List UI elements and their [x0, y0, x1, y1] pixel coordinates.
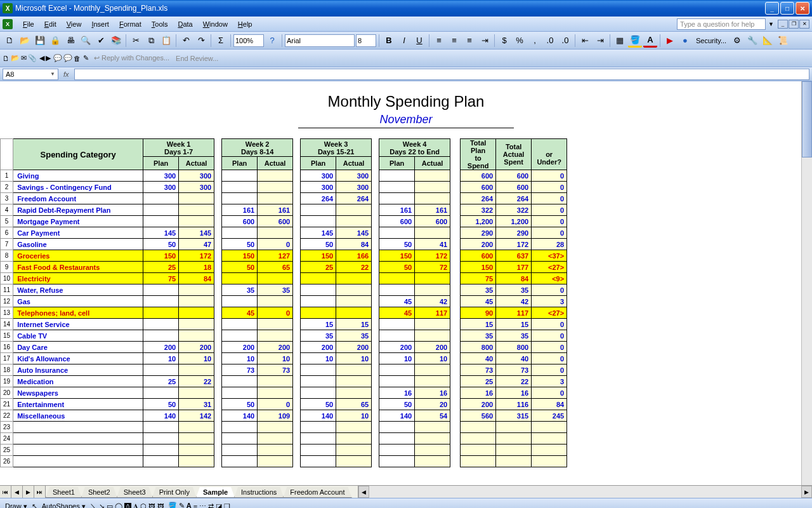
align-right-icon[interactable]: ≡: [462, 34, 476, 48]
actual-cell[interactable]: [258, 227, 293, 239]
actual-cell[interactable]: [179, 364, 214, 376]
menu-tools[interactable]: Tools: [147, 18, 173, 30]
plan-cell[interactable]: 45: [379, 296, 415, 307]
actual-cell[interactable]: 10: [179, 353, 214, 364]
actual-cell[interactable]: 22: [179, 376, 214, 387]
total-cell[interactable]: [532, 456, 567, 467]
actual-cell[interactable]: [336, 422, 372, 433]
plan-cell[interactable]: 35: [222, 284, 258, 296]
menu-file[interactable]: File: [18, 18, 39, 30]
plan-cell[interactable]: [143, 387, 179, 399]
table-row[interactable]: 12Gas454245423: [1, 296, 567, 307]
actual-cell[interactable]: 72: [415, 262, 450, 273]
category-cell[interactable]: Groceries: [13, 250, 143, 262]
menu-window[interactable]: Window: [198, 18, 233, 30]
total-cell[interactable]: 1,200: [496, 216, 532, 227]
ink-icon[interactable]: ✎: [83, 54, 89, 62]
total-cell[interactable]: 3: [532, 296, 567, 307]
total-cell[interactable]: [532, 433, 567, 444]
total-cell[interactable]: 22: [496, 376, 532, 387]
control-toolbox-icon[interactable]: 🔧: [745, 34, 759, 48]
total-cell[interactable]: 40: [496, 353, 532, 364]
table-row[interactable]: 20Newspapers161616160: [1, 387, 567, 399]
plan-cell[interactable]: [222, 182, 258, 193]
sheet-tab-sheet3[interactable]: Sheet3: [117, 487, 153, 498]
table-row[interactable]: 21Entertainment50315005065502020011684: [1, 399, 567, 410]
category-cell[interactable]: [13, 444, 143, 456]
plan-cell[interactable]: 50: [379, 262, 415, 273]
actual-cell[interactable]: 10: [415, 353, 450, 364]
actual-cell[interactable]: 161: [258, 204, 293, 216]
actual-cell[interactable]: 127: [258, 250, 293, 262]
actual-cell[interactable]: 42: [415, 296, 450, 307]
actual-cell[interactable]: 172: [415, 250, 450, 262]
horizontal-scrollbar[interactable]: ◀ ▶: [358, 486, 812, 498]
actual-cell[interactable]: [336, 284, 372, 296]
table-row[interactable]: 16Day Care200200200200200200200200800800…: [1, 342, 567, 353]
actual-cell[interactable]: 31: [179, 399, 214, 410]
plan-cell[interactable]: 10: [143, 353, 179, 364]
actual-cell[interactable]: 0: [258, 307, 293, 319]
tab-first-icon[interactable]: ⏮: [0, 486, 11, 498]
plan-cell[interactable]: [143, 296, 179, 307]
actual-cell[interactable]: 15: [336, 319, 372, 330]
total-cell[interactable]: 290: [496, 227, 532, 239]
actual-cell[interactable]: 600: [258, 216, 293, 227]
plan-cell[interactable]: 50: [222, 262, 258, 273]
total-cell[interactable]: 150: [461, 262, 496, 273]
plan-cell[interactable]: [143, 433, 179, 444]
actual-cell[interactable]: [258, 444, 293, 456]
actual-cell[interactable]: [258, 296, 293, 307]
total-cell[interactable]: 315: [496, 410, 532, 422]
sheet-tab-freedom-account[interactable]: Freedom Account: [283, 487, 351, 498]
plan-cell[interactable]: 10: [379, 353, 415, 364]
table-row[interactable]: 1Giving3003003003006006000: [1, 170, 567, 182]
table-row[interactable]: 25: [1, 444, 567, 456]
total-cell[interactable]: 75: [461, 273, 496, 284]
oval-icon[interactable]: ◯: [115, 502, 122, 508]
actual-cell[interactable]: 300: [179, 170, 214, 182]
total-cell[interactable]: 40: [461, 353, 496, 364]
actual-cell[interactable]: [179, 422, 214, 433]
actual-cell[interactable]: [258, 330, 293, 342]
increase-decimal-icon[interactable]: .0: [543, 34, 557, 48]
actual-cell[interactable]: [336, 364, 372, 376]
actual-cell[interactable]: 109: [258, 410, 293, 422]
actual-cell[interactable]: 65: [258, 262, 293, 273]
sheet-tab-print-only[interactable]: Print Only: [152, 487, 197, 498]
actual-cell[interactable]: 161: [415, 204, 450, 216]
sheet-tab-sample[interactable]: Sample: [196, 487, 235, 498]
close-button[interactable]: ✕: [796, 2, 809, 15]
actual-cell[interactable]: 0: [258, 399, 293, 410]
new-workbook-icon[interactable]: 🗋: [3, 55, 10, 62]
3d-icon[interactable]: ❏: [224, 502, 230, 508]
actual-cell[interactable]: [258, 193, 293, 204]
plan-cell[interactable]: 25: [143, 376, 179, 387]
formula-bar[interactable]: [74, 69, 809, 80]
maximize-button[interactable]: □: [780, 2, 794, 15]
help-search[interactable]: [677, 18, 766, 30]
plan-cell[interactable]: [379, 422, 415, 433]
picture-icon[interactable]: 🖼: [157, 503, 164, 509]
menu-help[interactable]: Help: [233, 18, 258, 30]
total-cell[interactable]: 264: [461, 193, 496, 204]
chevron-down-icon[interactable]: ▼: [50, 71, 55, 77]
actual-cell[interactable]: [336, 433, 372, 444]
plan-cell[interactable]: 300: [301, 170, 336, 182]
fill-color-icon[interactable]: 🪣: [628, 34, 642, 48]
total-cell[interactable]: 15: [496, 319, 532, 330]
total-cell[interactable]: 0: [532, 216, 567, 227]
plan-cell[interactable]: 140: [143, 410, 179, 422]
plan-cell[interactable]: 300: [143, 170, 179, 182]
plan-cell[interactable]: [301, 433, 336, 444]
plan-cell[interactable]: [379, 273, 415, 284]
plan-cell[interactable]: [143, 193, 179, 204]
plan-cell[interactable]: [301, 456, 336, 467]
plan-cell[interactable]: [379, 364, 415, 376]
redo-icon[interactable]: ↷: [194, 34, 208, 48]
menu-data[interactable]: Data: [173, 18, 197, 30]
total-cell[interactable]: <27>: [532, 307, 567, 319]
plan-cell[interactable]: [301, 296, 336, 307]
total-cell[interactable]: [496, 444, 532, 456]
total-cell[interactable]: 1,200: [461, 216, 496, 227]
